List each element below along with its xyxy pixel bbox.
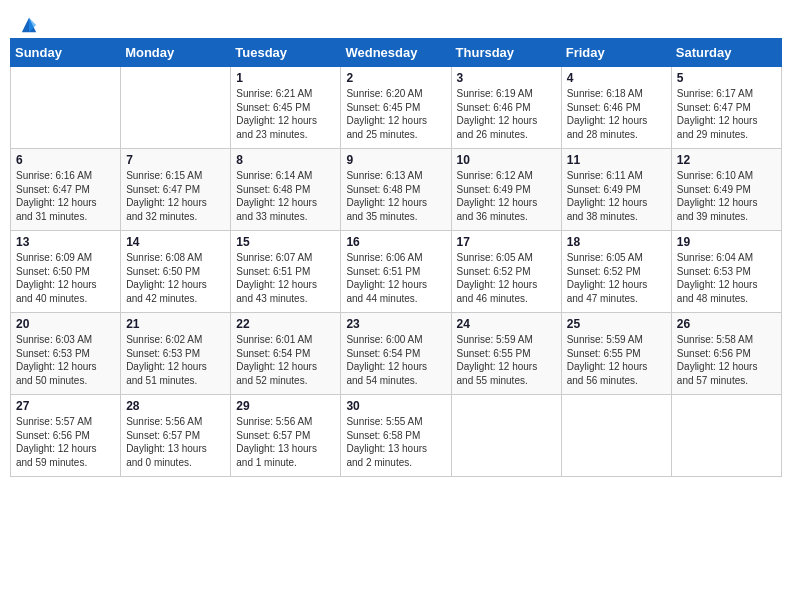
calendar-header-thursday: Thursday: [451, 39, 561, 67]
calendar-cell: 25Sunrise: 5:59 AM Sunset: 6:55 PM Dayli…: [561, 313, 671, 395]
calendar-cell: 12Sunrise: 6:10 AM Sunset: 6:49 PM Dayli…: [671, 149, 781, 231]
calendar-cell: 4Sunrise: 6:18 AM Sunset: 6:46 PM Daylig…: [561, 67, 671, 149]
day-info: Sunrise: 6:13 AM Sunset: 6:48 PM Dayligh…: [346, 169, 445, 223]
calendar-cell: 13Sunrise: 6:09 AM Sunset: 6:50 PM Dayli…: [11, 231, 121, 313]
day-info: Sunrise: 6:14 AM Sunset: 6:48 PM Dayligh…: [236, 169, 335, 223]
calendar-week-4: 20Sunrise: 6:03 AM Sunset: 6:53 PM Dayli…: [11, 313, 782, 395]
day-info: Sunrise: 6:05 AM Sunset: 6:52 PM Dayligh…: [457, 251, 556, 305]
day-info: Sunrise: 6:18 AM Sunset: 6:46 PM Dayligh…: [567, 87, 666, 141]
day-info: Sunrise: 6:15 AM Sunset: 6:47 PM Dayligh…: [126, 169, 225, 223]
calendar-cell: 21Sunrise: 6:02 AM Sunset: 6:53 PM Dayli…: [121, 313, 231, 395]
calendar-header-wednesday: Wednesday: [341, 39, 451, 67]
day-number: 12: [677, 153, 776, 167]
calendar-header-row: SundayMondayTuesdayWednesdayThursdayFrid…: [11, 39, 782, 67]
calendar-cell: 27Sunrise: 5:57 AM Sunset: 6:56 PM Dayli…: [11, 395, 121, 477]
day-info: Sunrise: 6:00 AM Sunset: 6:54 PM Dayligh…: [346, 333, 445, 387]
day-number: 15: [236, 235, 335, 249]
day-info: Sunrise: 6:01 AM Sunset: 6:54 PM Dayligh…: [236, 333, 335, 387]
calendar-cell: 6Sunrise: 6:16 AM Sunset: 6:47 PM Daylig…: [11, 149, 121, 231]
day-number: 3: [457, 71, 556, 85]
day-info: Sunrise: 6:20 AM Sunset: 6:45 PM Dayligh…: [346, 87, 445, 141]
day-info: Sunrise: 5:58 AM Sunset: 6:56 PM Dayligh…: [677, 333, 776, 387]
day-number: 2: [346, 71, 445, 85]
day-number: 23: [346, 317, 445, 331]
day-info: Sunrise: 5:55 AM Sunset: 6:58 PM Dayligh…: [346, 415, 445, 469]
day-info: Sunrise: 6:02 AM Sunset: 6:53 PM Dayligh…: [126, 333, 225, 387]
day-number: 10: [457, 153, 556, 167]
day-number: 28: [126, 399, 225, 413]
calendar-header-tuesday: Tuesday: [231, 39, 341, 67]
day-number: 8: [236, 153, 335, 167]
calendar-header-sunday: Sunday: [11, 39, 121, 67]
calendar-cell: 26Sunrise: 5:58 AM Sunset: 6:56 PM Dayli…: [671, 313, 781, 395]
calendar-header-saturday: Saturday: [671, 39, 781, 67]
day-number: 13: [16, 235, 115, 249]
calendar-cell: 9Sunrise: 6:13 AM Sunset: 6:48 PM Daylig…: [341, 149, 451, 231]
day-info: Sunrise: 6:19 AM Sunset: 6:46 PM Dayligh…: [457, 87, 556, 141]
day-number: 7: [126, 153, 225, 167]
calendar-cell: 2Sunrise: 6:20 AM Sunset: 6:45 PM Daylig…: [341, 67, 451, 149]
day-number: 20: [16, 317, 115, 331]
day-number: 25: [567, 317, 666, 331]
calendar-cell: 7Sunrise: 6:15 AM Sunset: 6:47 PM Daylig…: [121, 149, 231, 231]
day-number: 4: [567, 71, 666, 85]
calendar-cell: 16Sunrise: 6:06 AM Sunset: 6:51 PM Dayli…: [341, 231, 451, 313]
day-number: 16: [346, 235, 445, 249]
day-info: Sunrise: 5:57 AM Sunset: 6:56 PM Dayligh…: [16, 415, 115, 469]
day-number: 22: [236, 317, 335, 331]
day-number: 18: [567, 235, 666, 249]
calendar-cell: 15Sunrise: 6:07 AM Sunset: 6:51 PM Dayli…: [231, 231, 341, 313]
calendar-cell: [121, 67, 231, 149]
calendar-cell: 14Sunrise: 6:08 AM Sunset: 6:50 PM Dayli…: [121, 231, 231, 313]
day-info: Sunrise: 6:08 AM Sunset: 6:50 PM Dayligh…: [126, 251, 225, 305]
calendar-week-3: 13Sunrise: 6:09 AM Sunset: 6:50 PM Dayli…: [11, 231, 782, 313]
calendar-week-1: 1Sunrise: 6:21 AM Sunset: 6:45 PM Daylig…: [11, 67, 782, 149]
day-info: Sunrise: 5:59 AM Sunset: 6:55 PM Dayligh…: [567, 333, 666, 387]
day-info: Sunrise: 6:03 AM Sunset: 6:53 PM Dayligh…: [16, 333, 115, 387]
calendar-cell: 3Sunrise: 6:19 AM Sunset: 6:46 PM Daylig…: [451, 67, 561, 149]
calendar-cell: 17Sunrise: 6:05 AM Sunset: 6:52 PM Dayli…: [451, 231, 561, 313]
logo-icon: [20, 16, 38, 34]
calendar-cell: 22Sunrise: 6:01 AM Sunset: 6:54 PM Dayli…: [231, 313, 341, 395]
day-number: 5: [677, 71, 776, 85]
calendar-cell: 5Sunrise: 6:17 AM Sunset: 6:47 PM Daylig…: [671, 67, 781, 149]
calendar-cell: 30Sunrise: 5:55 AM Sunset: 6:58 PM Dayli…: [341, 395, 451, 477]
day-number: 24: [457, 317, 556, 331]
day-info: Sunrise: 6:05 AM Sunset: 6:52 PM Dayligh…: [567, 251, 666, 305]
calendar-cell: [11, 67, 121, 149]
calendar-cell: 23Sunrise: 6:00 AM Sunset: 6:54 PM Dayli…: [341, 313, 451, 395]
day-number: 11: [567, 153, 666, 167]
day-info: Sunrise: 6:06 AM Sunset: 6:51 PM Dayligh…: [346, 251, 445, 305]
calendar-cell: 1Sunrise: 6:21 AM Sunset: 6:45 PM Daylig…: [231, 67, 341, 149]
calendar-cell: [451, 395, 561, 477]
calendar-cell: 19Sunrise: 6:04 AM Sunset: 6:53 PM Dayli…: [671, 231, 781, 313]
day-info: Sunrise: 6:11 AM Sunset: 6:49 PM Dayligh…: [567, 169, 666, 223]
day-info: Sunrise: 6:16 AM Sunset: 6:47 PM Dayligh…: [16, 169, 115, 223]
day-info: Sunrise: 6:07 AM Sunset: 6:51 PM Dayligh…: [236, 251, 335, 305]
day-info: Sunrise: 6:10 AM Sunset: 6:49 PM Dayligh…: [677, 169, 776, 223]
day-info: Sunrise: 5:59 AM Sunset: 6:55 PM Dayligh…: [457, 333, 556, 387]
calendar-cell: [671, 395, 781, 477]
day-info: Sunrise: 6:12 AM Sunset: 6:49 PM Dayligh…: [457, 169, 556, 223]
calendar-cell: 10Sunrise: 6:12 AM Sunset: 6:49 PM Dayli…: [451, 149, 561, 231]
calendar-cell: 18Sunrise: 6:05 AM Sunset: 6:52 PM Dayli…: [561, 231, 671, 313]
calendar-cell: 8Sunrise: 6:14 AM Sunset: 6:48 PM Daylig…: [231, 149, 341, 231]
day-number: 9: [346, 153, 445, 167]
day-number: 14: [126, 235, 225, 249]
calendar-week-5: 27Sunrise: 5:57 AM Sunset: 6:56 PM Dayli…: [11, 395, 782, 477]
day-number: 27: [16, 399, 115, 413]
calendar-header-monday: Monday: [121, 39, 231, 67]
calendar-cell: 24Sunrise: 5:59 AM Sunset: 6:55 PM Dayli…: [451, 313, 561, 395]
day-number: 30: [346, 399, 445, 413]
calendar-cell: [561, 395, 671, 477]
calendar-table: SundayMondayTuesdayWednesdayThursdayFrid…: [10, 38, 782, 477]
day-info: Sunrise: 6:09 AM Sunset: 6:50 PM Dayligh…: [16, 251, 115, 305]
day-info: Sunrise: 6:17 AM Sunset: 6:47 PM Dayligh…: [677, 87, 776, 141]
day-number: 19: [677, 235, 776, 249]
day-number: 21: [126, 317, 225, 331]
calendar-week-2: 6Sunrise: 6:16 AM Sunset: 6:47 PM Daylig…: [11, 149, 782, 231]
calendar-cell: 29Sunrise: 5:56 AM Sunset: 6:57 PM Dayli…: [231, 395, 341, 477]
day-number: 1: [236, 71, 335, 85]
calendar-cell: 28Sunrise: 5:56 AM Sunset: 6:57 PM Dayli…: [121, 395, 231, 477]
calendar-cell: 20Sunrise: 6:03 AM Sunset: 6:53 PM Dayli…: [11, 313, 121, 395]
